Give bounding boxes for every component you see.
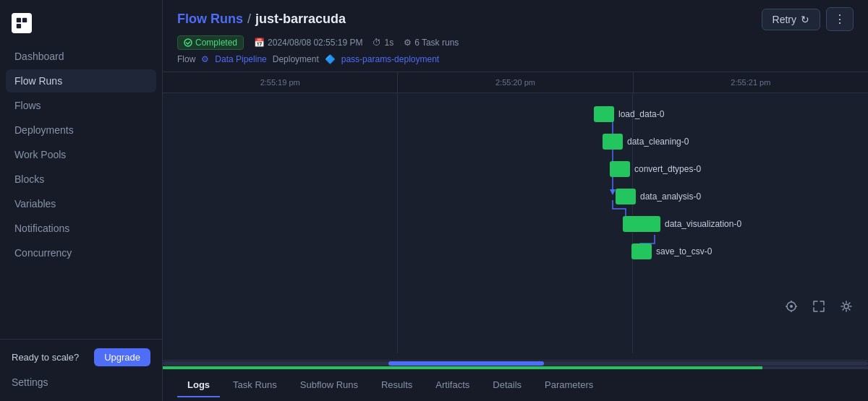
scrollbar-thumb[interactable]: [388, 361, 544, 366]
timeline-area: 2:55:19 pm 2:55:20 pm 2:55:21 pm: [163, 72, 868, 360]
svg-rect-0: [17, 18, 21, 22]
tab-logs[interactable]: Logs: [177, 374, 220, 397]
tab-subflow-runs[interactable]: Subflow Runs: [290, 374, 368, 397]
bottom-bar: Logs Task Runs Subflow Runs Results Arti…: [163, 360, 868, 401]
expand-icon[interactable]: [809, 296, 829, 316]
duration-meta: ⏱ 1s: [373, 38, 393, 48]
more-icon: ⋮: [834, 12, 846, 26]
sidebar-item-dashboard[interactable]: Dashboard: [6, 45, 156, 68]
svg-point-3: [184, 39, 192, 46]
timeline-controls: [781, 296, 856, 316]
refresh-icon: ↻: [801, 14, 809, 25]
tabs-row: Logs Task Runs Subflow Runs Results Arti…: [163, 369, 868, 401]
deployment-link[interactable]: pass-params-deployment: [341, 54, 439, 64]
svg-point-20: [790, 305, 793, 308]
tab-task-runs[interactable]: Task Runs: [223, 374, 287, 397]
tab-parameters[interactable]: Parameters: [535, 374, 603, 397]
upgrade-section: Ready to scale? Upgrade: [12, 348, 150, 366]
flow-icon: ⚙: [201, 54, 209, 64]
sidebar-item-concurrency[interactable]: Concurrency: [6, 241, 156, 264]
tab-artifacts[interactable]: Artifacts: [425, 374, 480, 397]
clock-icon: ⏱: [373, 38, 381, 48]
flow-link[interactable]: Data Pipeline: [215, 54, 266, 64]
time-col-2: 2:55:21 pm: [634, 72, 868, 92]
sidebar-bottom: Ready to scale? Upgrade Settings: [0, 339, 162, 401]
flow-label: Flow: [177, 54, 195, 64]
run-name: just-barracuda: [255, 12, 346, 27]
sidebar-nav: Dashboard Flow Runs Flows Deployments Wo…: [0, 45, 162, 339]
ready-to-scale-label: Ready to scale?: [12, 352, 79, 363]
settings-icon[interactable]: [836, 296, 856, 316]
sidebar-item-variables[interactable]: Variables: [6, 192, 156, 215]
prefect-logo: [12, 13, 32, 33]
header-top-row: Flow Runs / just-barracuda Retry ↻ ⋮: [177, 7, 854, 31]
task-runs-meta: ⚙ 6 Task runs: [404, 38, 459, 48]
tab-results[interactable]: Results: [371, 374, 422, 397]
sidebar-item-notifications[interactable]: Notifications: [6, 217, 156, 240]
breadcrumb-flow-runs-link[interactable]: Flow Runs: [177, 12, 243, 27]
sidebar: Dashboard Flow Runs Flows Deployments Wo…: [0, 0, 163, 401]
timeline-columns: [163, 93, 868, 353]
svg-point-25: [844, 304, 848, 309]
more-options-button[interactable]: ⋮: [826, 7, 854, 31]
logo-area: [0, 6, 162, 45]
col-bg-1: [398, 93, 633, 353]
timeline-scrollbar[interactable]: [163, 361, 868, 366]
date-meta: 📅 2024/08/08 02:55:19 PM: [254, 38, 362, 48]
upgrade-button[interactable]: Upgrade: [94, 348, 150, 366]
calendar-icon: 📅: [254, 38, 265, 48]
col-bg-0: [163, 93, 398, 353]
sidebar-item-flow-runs[interactable]: Flow Runs: [6, 69, 156, 92]
timeline-header: 2:55:19 pm 2:55:20 pm 2:55:21 pm: [163, 72, 868, 93]
header-links-row: Flow ⚙ Data Pipeline Deployment 🔷 pass-p…: [177, 54, 854, 64]
sidebar-item-blocks[interactable]: Blocks: [6, 168, 156, 191]
deployment-label: Deployment: [273, 54, 319, 64]
header-actions: Retry ↻ ⋮: [762, 7, 854, 31]
status-badge: Completed: [177, 35, 244, 50]
time-col-0: 2:55:19 pm: [163, 72, 398, 92]
retry-button[interactable]: Retry ↻: [762, 9, 820, 30]
settings-label: Settings: [12, 376, 48, 388]
breadcrumb-separator: /: [247, 12, 251, 27]
tab-details[interactable]: Details: [482, 374, 532, 397]
target-icon[interactable]: [781, 296, 801, 316]
timeline-body: load_data-0 data_cleaning-0 convert_dtyp…: [163, 93, 868, 353]
svg-rect-1: [22, 18, 27, 22]
svg-rect-2: [17, 24, 21, 28]
deployment-icon: 🔷: [325, 54, 336, 64]
page-header: Flow Runs / just-barracuda Retry ↻ ⋮ Com…: [163, 0, 868, 72]
breadcrumb: Flow Runs / just-barracuda: [177, 12, 346, 27]
sidebar-item-flows[interactable]: Flows: [6, 94, 156, 117]
header-meta-row: Completed 📅 2024/08/08 02:55:19 PM ⏱ 1s …: [177, 35, 854, 50]
sidebar-item-deployments[interactable]: Deployments: [6, 118, 156, 142]
sidebar-item-work-pools[interactable]: Work Pools: [6, 143, 156, 166]
tasks-icon: ⚙: [404, 38, 412, 48]
main-content: Flow Runs / just-barracuda Retry ↻ ⋮ Com…: [163, 0, 868, 401]
settings-nav-item[interactable]: Settings: [12, 372, 150, 392]
time-col-1: 2:55:20 pm: [398, 72, 633, 92]
